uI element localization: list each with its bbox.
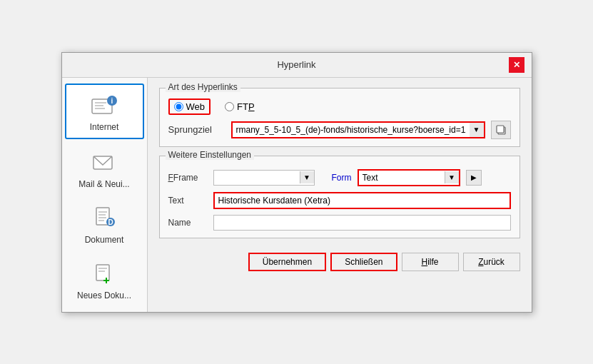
hyperlink-dialog: Hyperlink ✕ i Internet (61, 52, 532, 313)
svg-rect-3 (95, 102, 106, 103)
sprungziel-label: Sprungziel (168, 124, 225, 135)
form-select-arrow: ▼ (445, 171, 459, 183)
text-row: Text (168, 192, 511, 209)
text-field-label: Text (168, 196, 208, 206)
svg-rect-9 (98, 214, 106, 216)
main-content: Art des Hyperlinks Web FTP Sp (148, 78, 532, 312)
svg-rect-10 (98, 217, 106, 218)
neues-doku-icon (90, 259, 118, 288)
sprungziel-row: Sprungziel ▼ (168, 121, 511, 139)
svg-rect-15 (98, 268, 107, 269)
web-radio-wrapper: Web (168, 98, 211, 115)
ftp-radio-label[interactable]: FTP (225, 101, 255, 112)
ftp-radio[interactable] (225, 102, 234, 111)
dialog-body: i Internet Mail & Neui... (62, 78, 532, 312)
sidebar-item-neues-doku-label: Neues Doku... (77, 290, 131, 300)
web-radio-label[interactable]: Web (174, 101, 206, 112)
svg-rect-16 (98, 271, 105, 272)
dokument-icon: D (90, 203, 118, 232)
zuruck-button[interactable]: Zurück (463, 253, 520, 271)
mail-icon (90, 148, 118, 176)
sidebar: i Internet Mail & Neui... (62, 78, 148, 312)
sidebar-item-neues-doku[interactable]: Neues Doku... (65, 253, 144, 306)
internet-icon: i (90, 91, 118, 119)
form-select[interactable]: Text (359, 171, 445, 185)
svg-rect-5 (95, 108, 105, 109)
sidebar-item-mail-label: Mail & Neui... (78, 179, 129, 189)
copy-button[interactable] (491, 121, 511, 139)
form-sub-group: Form Text ▼ ▶ (332, 169, 482, 186)
frame-select[interactable] (214, 171, 300, 185)
hyperlink-type-options: Web FTP (168, 96, 511, 115)
form-arrow-btn[interactable]: ▶ (466, 170, 482, 186)
frame-label: FFrame (168, 173, 208, 183)
svg-rect-20 (497, 126, 504, 133)
weitere-legend: Weitere Einstellungen (166, 150, 255, 160)
svg-rect-14 (96, 265, 109, 280)
copy-icon (495, 124, 507, 136)
name-input[interactable] (214, 216, 510, 230)
name-field-label: Name (168, 218, 208, 228)
sprungziel-input[interactable] (233, 123, 470, 137)
name-row: Name (168, 215, 511, 231)
sidebar-item-internet-label: Internet (90, 122, 119, 132)
svg-rect-11 (98, 220, 104, 221)
sprungziel-dropdown-btn[interactable]: ▼ (470, 123, 484, 137)
ftp-label: FTP (237, 101, 255, 112)
sidebar-item-internet[interactable]: i Internet (65, 84, 144, 139)
web-label: Web (186, 101, 206, 112)
frame-select-arrow: ▼ (300, 171, 314, 183)
weitere-section: Weitere Einstellungen FFrame ▼ Form (159, 156, 520, 238)
dialog-title: Hyperlink (85, 59, 509, 70)
name-input-wrapper (213, 215, 511, 231)
form-label-text: Form (332, 173, 352, 183)
svg-rect-8 (98, 211, 107, 213)
sidebar-item-dokument[interactable]: D Dokument (65, 198, 144, 251)
sidebar-item-dokument-label: Dokument (85, 235, 124, 245)
hyperlink-type-legend: Art des Hyperlinks (166, 82, 240, 92)
ubernehmen-button[interactable]: Übernehmen (248, 253, 326, 271)
sidebar-item-mail[interactable]: Mail & Neui... (65, 142, 144, 195)
schliessen-button[interactable]: Schließen (330, 253, 397, 271)
close-button[interactable]: ✕ (509, 57, 524, 73)
frame-select-wrapper: ▼ (213, 170, 315, 186)
title-bar: Hyperlink ✕ (62, 53, 532, 78)
hyperlink-type-section: Art des Hyperlinks Web FTP Sp (159, 88, 520, 147)
web-radio[interactable] (174, 102, 183, 111)
button-row: Übernehmen Schließen Hilfe Zurück (159, 247, 520, 274)
svg-text:D: D (108, 218, 113, 226)
text-input[interactable] (215, 193, 510, 208)
svg-text:i: i (111, 97, 113, 105)
hilfe-button[interactable]: Hilfe (402, 253, 459, 271)
text-input-wrapper (213, 192, 511, 209)
frame-form-row: FFrame ▼ Form Text (168, 169, 511, 186)
sprungziel-input-wrapper: ▼ (231, 121, 485, 138)
form-select-highlighted: Text ▼ (358, 169, 460, 186)
svg-rect-4 (95, 105, 103, 106)
